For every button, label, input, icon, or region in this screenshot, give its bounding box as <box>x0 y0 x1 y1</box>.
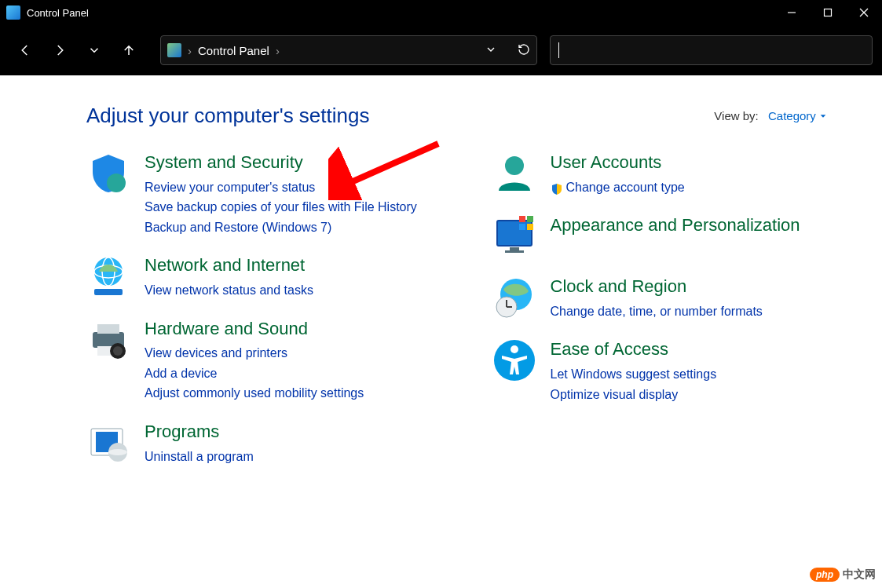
shield-icon <box>86 152 130 195</box>
svg-rect-21 <box>510 247 519 250</box>
close-button[interactable] <box>846 0 882 25</box>
address-dropdown-icon[interactable] <box>485 43 497 58</box>
category-link[interactable]: View devices and printers <box>145 343 437 363</box>
category-link[interactable]: Change date, time, or number formats <box>551 301 844 322</box>
category-link[interactable]: Backup and Restore (Windows 7) <box>145 217 437 238</box>
svg-rect-19 <box>497 221 532 246</box>
svg-rect-26 <box>527 224 533 230</box>
category-link[interactable]: Optimize visual display <box>551 385 844 405</box>
forward-button[interactable] <box>44 35 75 66</box>
category-link[interactable]: Add a device <box>145 363 437 384</box>
accessibility-icon <box>492 338 536 382</box>
view-by-dropdown[interactable]: Category <box>768 109 827 122</box>
category-user-accounts: User Accounts Change account type <box>492 152 844 197</box>
svg-rect-1 <box>825 9 832 16</box>
category-link[interactable]: View network status and tasks <box>145 280 437 301</box>
control-panel-icon <box>167 43 181 57</box>
svg-rect-22 <box>505 250 524 253</box>
category-link[interactable]: Adjust commonly used mobility settings <box>145 383 437 404</box>
category-grid: System and Security Review your computer… <box>0 136 882 484</box>
category-title[interactable]: User Accounts <box>551 152 844 174</box>
category-clock: Clock and Region Change date, time, or n… <box>492 276 844 321</box>
globe-icon <box>86 254 130 298</box>
svg-rect-24 <box>527 216 533 222</box>
text-cursor <box>558 42 559 58</box>
category-system-security: System and Security Review your computer… <box>86 152 437 237</box>
category-network: Network and Internet View network status… <box>86 254 437 300</box>
up-button[interactable] <box>113 35 145 66</box>
svg-rect-25 <box>519 224 525 230</box>
category-title[interactable]: Network and Internet <box>145 254 437 277</box>
minimize-button[interactable] <box>774 0 810 25</box>
maximize-button[interactable] <box>810 0 846 25</box>
chevron-right-icon: › <box>276 44 280 57</box>
view-by: View by: Category <box>714 109 827 122</box>
titlebar: Control Panel <box>0 0 882 25</box>
category-title[interactable]: Clock and Region <box>551 276 844 298</box>
clock-globe-icon <box>492 276 536 320</box>
category-title[interactable]: Appearance and Personalization <box>551 214 844 237</box>
printer-icon <box>86 318 130 362</box>
svg-point-17 <box>108 449 127 455</box>
svg-point-18 <box>505 156 524 175</box>
back-button[interactable] <box>9 35 41 66</box>
category-title[interactable]: Ease of Access <box>551 338 844 361</box>
svg-point-32 <box>511 345 518 353</box>
window-title: Control Panel <box>27 7 774 19</box>
svg-point-4 <box>107 173 126 192</box>
category-ease-of-access: Ease of Access Let Windows suggest setti… <box>492 338 844 404</box>
window-controls <box>774 0 882 25</box>
svg-rect-8 <box>94 289 123 295</box>
page-title: Adjust your computer's settings <box>86 104 369 128</box>
address-bar[interactable]: › Control Panel › <box>160 35 537 65</box>
recent-dropdown[interactable] <box>79 35 110 66</box>
svg-rect-23 <box>519 216 525 222</box>
svg-point-13 <box>113 346 123 356</box>
category-link[interactable]: Let Windows suggest settings <box>551 364 844 385</box>
category-title[interactable]: Hardware and Sound <box>145 318 437 341</box>
left-column: System and Security Review your computer… <box>86 152 437 484</box>
category-programs: Programs Uninstall a program <box>86 421 437 466</box>
refresh-button[interactable] <box>518 43 530 58</box>
right-column: User Accounts Change account type Appear… <box>492 152 844 484</box>
category-appearance: Appearance and Personalization <box>492 214 844 258</box>
category-title[interactable]: Programs <box>145 421 437 444</box>
page-header: Adjust your computer's settings View by:… <box>0 75 882 136</box>
category-title[interactable]: System and Security <box>145 152 437 174</box>
category-hardware: Hardware and Sound View devices and prin… <box>86 318 437 404</box>
breadcrumb-root[interactable]: Control Panel <box>198 44 269 57</box>
svg-rect-10 <box>97 324 119 334</box>
app-icon <box>6 5 20 20</box>
watermark-text: 中文网 <box>843 568 876 582</box>
category-link[interactable]: Change account type <box>551 177 844 198</box>
user-icon <box>492 152 536 195</box>
chevron-right-icon: › <box>188 44 192 57</box>
view-by-label: View by: <box>714 109 758 122</box>
watermark-badge: php <box>810 568 840 582</box>
category-link[interactable]: Uninstall a program <box>145 447 437 467</box>
uac-shield-icon <box>551 181 563 194</box>
navbar: › Control Panel › <box>0 25 882 75</box>
programs-icon <box>86 421 130 465</box>
search-input[interactable] <box>550 35 873 65</box>
monitor-icon <box>492 214 536 258</box>
category-link[interactable]: Review your computer's status <box>145 177 437 198</box>
category-link[interactable]: Save backup copies of your files with Fi… <box>145 197 437 217</box>
watermark: php 中文网 <box>810 568 876 582</box>
